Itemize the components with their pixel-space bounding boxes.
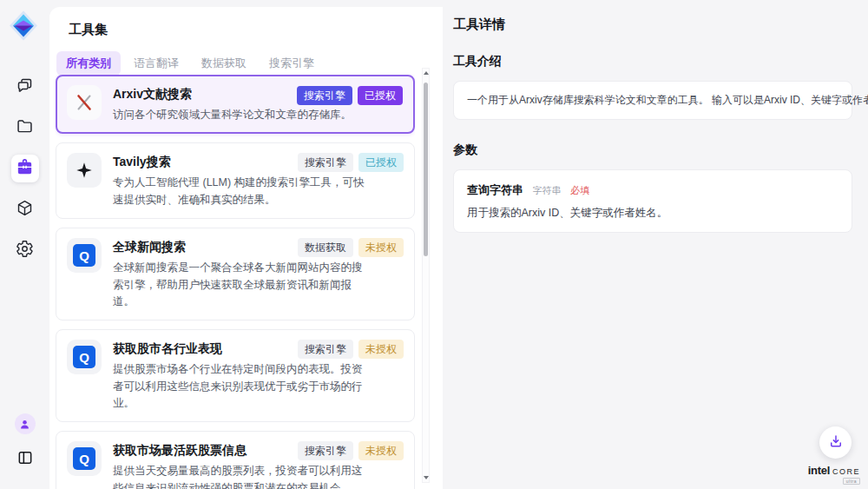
toolbox-icon bbox=[15, 157, 35, 181]
core-wordmark: core bbox=[832, 464, 860, 477]
tool-desc: 访问各个研究领域大量科学论文和文章的存储库。 bbox=[113, 107, 366, 123]
app-logo[interactable] bbox=[9, 10, 38, 42]
tavily-star-icon bbox=[67, 153, 102, 188]
app-window: 工具集 所有类别语言翻译数据获取搜索引擎 Arxiv文献搜索 访问各个研究领域大… bbox=[0, 0, 868, 489]
tool-desc: 提供当天交易量最高的股票列表，投资者可以利用这些信息来识别流动性强的股票和潜在的… bbox=[113, 463, 366, 489]
tool-list: Arxiv文献搜索 访问各个研究领域大量科学论文和文章的存储库。 搜索引擎 已授… bbox=[56, 75, 415, 489]
tool-badges: 搜索引擎 未授权 bbox=[298, 441, 404, 460]
list-scrollbar[interactable] bbox=[422, 68, 430, 483]
tab-translation[interactable]: 语言翻译 bbox=[124, 51, 188, 76]
gear-icon bbox=[16, 240, 34, 261]
param-desc: 用于搜索的Arxiv ID、关键字或作者姓名。 bbox=[467, 206, 838, 221]
q-blue-icon: Q bbox=[67, 238, 102, 273]
svg-text:Q: Q bbox=[79, 452, 89, 466]
tool-badges: 搜索引擎 未授权 bbox=[298, 340, 404, 359]
arxiv-x-icon bbox=[67, 85, 102, 120]
tool-desc: 提供股票市场各个行业在特定时间段内的表现。投资者可以利用这些信息来识别表现优于或… bbox=[113, 361, 366, 412]
auth-status-badge: 已授权 bbox=[358, 86, 403, 105]
tool-details-panel: 工具详情 工具介绍 一个用于从Arxiv存储库搜索科学论文和文章的工具。 输入可… bbox=[443, 0, 868, 489]
tool-card-stock-sector[interactable]: Q 获取股市各行业表现 提供股票市场各个行业在特定时间段内的表现。投资者可以利用… bbox=[56, 329, 415, 422]
auth-status-badge: 未授权 bbox=[358, 340, 404, 359]
tool-badges: 搜索引擎 已授权 bbox=[298, 153, 404, 172]
auth-status-badge: 未授权 bbox=[358, 238, 404, 257]
sidebar-item-settings[interactable] bbox=[11, 236, 39, 264]
details-title: 工具详情 bbox=[453, 17, 852, 33]
user-avatar[interactable] bbox=[11, 410, 39, 438]
rail-bottom bbox=[0, 410, 49, 473]
intro-heading: 工具介绍 bbox=[453, 54, 852, 69]
intro-text: 一个用于从Arxiv存储库搜索科学论文和文章的工具。 输入可以是Arxiv ID… bbox=[467, 93, 838, 108]
tool-card-most-active-stocks[interactable]: Q 获取市场最活跃股票信息 提供当天交易量最高的股票列表，投资者可以利用这些信息… bbox=[56, 431, 415, 489]
tool-badges: 数据获取 未授权 bbox=[298, 238, 404, 257]
scroll-up-arrow-icon[interactable] bbox=[424, 71, 429, 75]
auth-status-badge: 已授权 bbox=[358, 153, 404, 172]
category-tabs: 所有类别语言翻译数据获取搜索引擎 bbox=[56, 51, 324, 76]
folder-icon bbox=[16, 117, 34, 139]
q-blue-icon: Q bbox=[67, 441, 102, 476]
sidebar-item-files[interactable] bbox=[11, 114, 39, 142]
intel-core-logo: intelcore ultra bbox=[808, 465, 860, 485]
sidebar-item-packages[interactable] bbox=[11, 195, 39, 223]
user-avatar-icon bbox=[15, 413, 36, 434]
category-badge: 搜索引擎 bbox=[297, 86, 352, 105]
sidebar-item-chat[interactable] bbox=[11, 73, 39, 101]
category-badge: 数据获取 bbox=[298, 238, 353, 257]
tool-desc: 专为人工智能代理 (LLM) 构建的搜索引擎工具，可快速提供实时、准确和真实的结… bbox=[113, 175, 366, 208]
toolset-title: 工具集 bbox=[69, 22, 108, 38]
param-box: 查询字符串 字符串 必填 用于搜索的Arxiv ID、关键字或作者姓名。 bbox=[453, 169, 852, 233]
svg-text:Q: Q bbox=[79, 248, 89, 263]
intro-box: 一个用于从Arxiv存储库搜索科学论文和文章的工具。 输入可以是Arxiv ID… bbox=[453, 81, 852, 120]
chat-icon bbox=[16, 76, 34, 98]
panel-toggle-button[interactable] bbox=[11, 446, 39, 473]
tab-all[interactable]: 所有类别 bbox=[56, 51, 121, 76]
category-badge: 搜索引擎 bbox=[298, 441, 353, 460]
tool-card-arxiv[interactable]: Arxiv文献搜索 访问各个研究领域大量科学论文和文章的存储库。 搜索引擎 已授… bbox=[56, 75, 415, 134]
param-required-flag: 必填 bbox=[570, 185, 589, 195]
ultra-badge: ultra bbox=[843, 478, 860, 485]
category-badge: 搜索引擎 bbox=[298, 153, 353, 172]
download-button[interactable] bbox=[819, 426, 852, 459]
tool-card-tavily[interactable]: Tavily搜索 专为人工智能代理 (LLM) 构建的搜索引擎工具，可快速提供实… bbox=[56, 142, 415, 219]
cube-icon bbox=[16, 199, 34, 221]
auth-status-badge: 未授权 bbox=[358, 441, 404, 460]
params-heading: 参数 bbox=[453, 142, 852, 158]
param-type: 字符串 bbox=[532, 185, 561, 195]
category-badge: 搜索引擎 bbox=[298, 340, 353, 359]
sidebar-item-tools[interactable] bbox=[11, 155, 39, 182]
scrollbar-thumb[interactable] bbox=[424, 83, 428, 256]
param-head: 查询字符串 字符串 必填 bbox=[467, 182, 838, 198]
left-rail bbox=[0, 0, 49, 489]
svg-text:Q: Q bbox=[79, 350, 89, 365]
q-blue-icon: Q bbox=[67, 340, 102, 374]
intel-wordmark: intel bbox=[808, 464, 830, 477]
sidebar-layout-icon bbox=[16, 449, 34, 470]
toolset-panel: 工具集 所有类别语言翻译数据获取搜索引擎 Arxiv文献搜索 访问各个研究领域大… bbox=[49, 7, 443, 489]
tool-card-global-news[interactable]: Q 全球新闻搜索 全球新闻搜索是一个聚合全球各大新闻网站内容的搜索引擎，帮助用户… bbox=[56, 228, 415, 320]
scroll-down-arrow-icon[interactable] bbox=[424, 476, 429, 479]
tool-badges: 搜索引擎 已授权 bbox=[297, 86, 403, 105]
tab-data-fetch[interactable]: 数据获取 bbox=[192, 51, 256, 76]
param-name: 查询字符串 bbox=[467, 183, 523, 196]
rail-nav bbox=[0, 73, 49, 264]
tab-search-engine[interactable]: 搜索引擎 bbox=[260, 51, 324, 76]
download-icon bbox=[828, 433, 844, 453]
tool-desc: 全球新闻搜索是一个聚合全球各大新闻网站内容的搜索引擎，帮助用户快速获取全球最新资… bbox=[113, 260, 366, 310]
